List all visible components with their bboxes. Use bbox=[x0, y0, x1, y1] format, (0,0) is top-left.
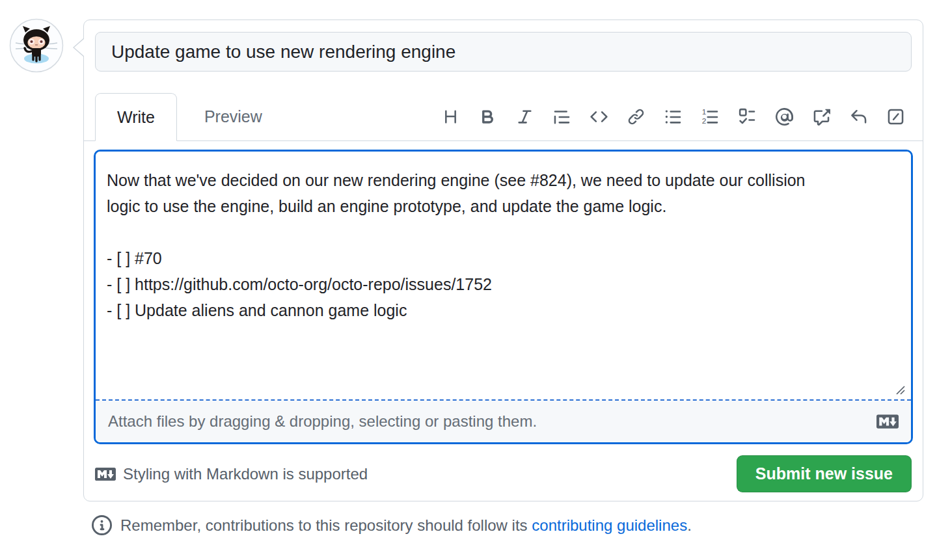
slash-commands-icon[interactable] bbox=[887, 108, 904, 126]
quote-icon[interactable] bbox=[553, 108, 571, 126]
new-issue-card: Write Preview bbox=[83, 20, 923, 501]
editor-tabbar: Write Preview bbox=[84, 93, 923, 141]
mention-icon[interactable] bbox=[776, 108, 793, 126]
markdown-editor: Now that we've decided on our new render… bbox=[94, 150, 913, 444]
markdown-icon[interactable] bbox=[876, 410, 899, 433]
footnote-suffix: . bbox=[687, 516, 692, 534]
card-footer: Styling with Markdown is supported Submi… bbox=[95, 455, 912, 492]
info-icon bbox=[92, 515, 112, 535]
contributing-footnote: Remember, contributions to this reposito… bbox=[92, 515, 692, 535]
tasklist-icon[interactable] bbox=[739, 108, 756, 126]
avatar bbox=[9, 18, 64, 73]
svg-text:2: 2 bbox=[702, 116, 707, 126]
svg-text:1: 1 bbox=[702, 108, 707, 116]
link-icon[interactable] bbox=[627, 108, 645, 126]
octocat-icon bbox=[9, 18, 64, 73]
attach-files-bar[interactable]: Attach files by dragging & dropping, sel… bbox=[96, 401, 911, 442]
heading-icon[interactable] bbox=[442, 108, 459, 126]
bold-icon[interactable] bbox=[479, 108, 496, 126]
unordered-list-icon[interactable] bbox=[664, 108, 682, 126]
bubble-caret-fill bbox=[74, 39, 84, 56]
body-textarea-wrap: Now that we've decided on our new render… bbox=[96, 152, 911, 399]
resize-grip-icon[interactable] bbox=[895, 384, 906, 396]
markdown-supported-link[interactable]: Styling with Markdown is supported bbox=[95, 464, 368, 485]
reply-icon[interactable] bbox=[850, 108, 867, 126]
submit-new-issue-button[interactable]: Submit new issue bbox=[737, 455, 912, 492]
issue-title-input[interactable] bbox=[95, 32, 912, 72]
ordered-list-icon[interactable]: 1 2 bbox=[701, 108, 719, 126]
italic-icon[interactable] bbox=[516, 108, 534, 126]
footnote-prefix: Remember, contributions to this reposito… bbox=[120, 516, 532, 534]
cross-reference-icon[interactable] bbox=[813, 108, 830, 126]
footnote-text: Remember, contributions to this reposito… bbox=[120, 516, 692, 535]
issue-body-textarea[interactable]: Now that we've decided on our new render… bbox=[96, 152, 911, 399]
attach-hint-text: Attach files by dragging & dropping, sel… bbox=[108, 412, 537, 431]
markdown-toolbar: 1 2 bbox=[442, 93, 923, 140]
tab-preview[interactable]: Preview bbox=[177, 93, 290, 140]
code-icon[interactable] bbox=[590, 108, 608, 126]
markdown-icon bbox=[95, 464, 116, 485]
tab-write[interactable]: Write bbox=[95, 93, 177, 141]
markdown-supported-text: Styling with Markdown is supported bbox=[123, 465, 368, 483]
contributing-guidelines-link[interactable]: contributing guidelines bbox=[532, 516, 687, 534]
